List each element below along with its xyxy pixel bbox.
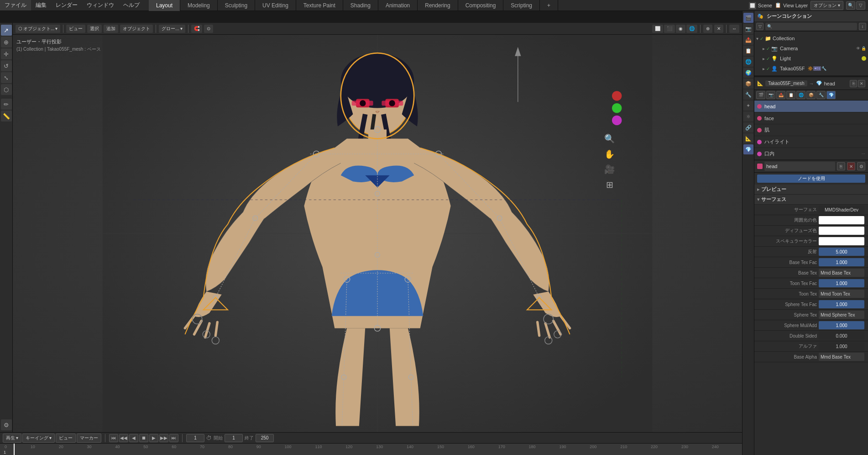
base-tex-fac-value[interactable]: 1.000 bbox=[819, 258, 864, 266]
tool-cursor[interactable]: ⊕ bbox=[1, 37, 12, 48]
global-local-select[interactable]: グロー... ▾ bbox=[159, 25, 185, 33]
prop-icon-8[interactable]: 💎 bbox=[826, 91, 836, 99]
tab-sculpting[interactable]: Sculpting bbox=[218, 0, 255, 11]
tab-shading[interactable]: Shading bbox=[343, 0, 378, 11]
menu-help[interactable]: ヘルプ bbox=[119, 0, 144, 11]
sync-icon[interactable]: ↕ bbox=[859, 23, 866, 30]
overlay-button[interactable]: ⊕ bbox=[703, 25, 712, 33]
prop-icon-5[interactable]: 🌐 bbox=[796, 91, 805, 99]
tab-animation[interactable]: Animation bbox=[378, 0, 418, 11]
filter-icon[interactable]: ▽ bbox=[756, 23, 763, 30]
jump-end[interactable]: ⏭ bbox=[169, 434, 178, 442]
copy-material[interactable]: ⎘ bbox=[850, 80, 857, 87]
viewport-type-select[interactable]: ⬡ オブジェクト... ▾ bbox=[16, 25, 60, 33]
tab-layout[interactable]: Layout bbox=[149, 0, 180, 11]
menu-edit[interactable]: 編集 bbox=[31, 0, 51, 11]
timeline-track[interactable]: 0 10 20 30 40 50 60 70 80 90 100 110 120… bbox=[0, 444, 754, 455]
tree-item-takao[interactable]: ▸ ✓ 👤 Takao055F 🔆 ♦01 🔧 bbox=[754, 63, 868, 74]
start-frame-input[interactable]: 1 bbox=[225, 434, 243, 442]
tool-select[interactable]: ↗ bbox=[1, 25, 12, 36]
tab-modeling[interactable]: Modeling bbox=[180, 0, 218, 11]
material-item-face[interactable]: face bbox=[754, 112, 868, 124]
tree-item-collection-root[interactable]: ▾ ✓ 📁 Collection bbox=[754, 33, 868, 43]
tool-rotate[interactable]: ↺ bbox=[1, 60, 12, 71]
jump-start[interactable]: ⏮ bbox=[109, 434, 118, 442]
tool-scale[interactable]: ⤡ bbox=[1, 72, 12, 83]
props-render[interactable]: 📷 bbox=[743, 24, 753, 34]
sphere-tex-value[interactable]: Mmd Sphere Tex bbox=[819, 311, 864, 319]
menu-render[interactable]: レンダー bbox=[51, 0, 82, 11]
reflection-value[interactable]: 5.000 bbox=[819, 248, 864, 256]
props-data[interactable]: 📐 bbox=[743, 133, 753, 143]
play-reverse[interactable]: ◀ bbox=[129, 434, 138, 442]
material-delete[interactable]: ✕ bbox=[847, 162, 855, 170]
props-scene[interactable]: 🎬 bbox=[743, 13, 753, 23]
material-duplicate[interactable]: ⎘ bbox=[837, 162, 845, 170]
props-object[interactable]: 📦 bbox=[743, 79, 753, 89]
next-keyframe[interactable]: ▶▶ bbox=[159, 434, 168, 442]
tab-add[interactable]: + bbox=[540, 0, 558, 11]
prop-icon-1[interactable]: 🎬 bbox=[756, 91, 765, 99]
props-view-layer[interactable]: 📋 bbox=[743, 46, 753, 56]
toon-tex-fac-value[interactable]: 1.000 bbox=[819, 279, 864, 287]
material-item-highlight[interactable]: ハイライト bbox=[754, 136, 868, 148]
tree-item-light[interactable]: ▸ ✓ 💡 Light bbox=[754, 53, 868, 63]
tool-measure[interactable]: 📏 bbox=[1, 111, 12, 122]
prop-icon-7[interactable]: 🔧 bbox=[816, 91, 826, 99]
material-item-kounai[interactable]: 口内 ··· bbox=[754, 148, 868, 160]
props-output[interactable]: 📤 bbox=[743, 35, 753, 45]
view-mode[interactable]: ビュー bbox=[56, 434, 76, 443]
tab-compositing[interactable]: Compositing bbox=[458, 0, 504, 11]
end-frame-input[interactable]: 250 bbox=[256, 434, 274, 442]
playback-mode[interactable]: 再生 ▾ bbox=[3, 434, 21, 443]
tab-rendering[interactable]: Rendering bbox=[418, 0, 458, 11]
material-item-head[interactable]: head bbox=[754, 101, 868, 112]
wireframe-shading[interactable]: ⬜ bbox=[652, 25, 663, 33]
tree-item-camera[interactable]: ▸ ✓ 📷 Camera 👁 🔒 bbox=[754, 43, 868, 53]
snap-button[interactable]: 🧲 bbox=[191, 25, 202, 33]
proportional-edit[interactable]: ⊙ bbox=[204, 25, 213, 33]
options-button[interactable]: オプション ▾ bbox=[810, 1, 843, 10]
prop-icon-3[interactable]: 📤 bbox=[776, 91, 785, 99]
rendered-shading[interactable]: 🌐 bbox=[686, 25, 697, 33]
tool-options[interactable]: ⚙ bbox=[1, 419, 12, 430]
props-modifier[interactable]: 🔧 bbox=[743, 90, 753, 100]
surface-value[interactable]: MMDShaderDev bbox=[819, 206, 864, 214]
menu-window[interactable]: ウィンドウ bbox=[82, 0, 119, 11]
prop-icon-2[interactable]: 📷 bbox=[766, 91, 775, 99]
use-nodes-button[interactable]: ノードを使用 bbox=[757, 175, 865, 183]
add-menu[interactable]: 追加 bbox=[104, 25, 118, 33]
view-menu[interactable]: ビュー bbox=[66, 25, 85, 33]
double-sided-value[interactable]: 0.000 bbox=[819, 332, 864, 340]
material-settings[interactable]: ⚙ bbox=[857, 162, 865, 170]
specular-color-swatch[interactable] bbox=[819, 237, 864, 245]
toon-tex-value[interactable]: Mmd Toon Tex bbox=[819, 290, 864, 298]
search-button[interactable]: 🔍 bbox=[846, 1, 855, 10]
xray-button[interactable]: ✕ bbox=[714, 25, 723, 33]
alpha-value[interactable]: 1.000 bbox=[819, 342, 864, 350]
base-alpha-value[interactable]: Mmd Base Tex bbox=[819, 353, 864, 361]
tool-move[interactable]: ✛ bbox=[1, 48, 12, 59]
menu-file[interactable]: ファイル bbox=[0, 0, 31, 11]
props-world[interactable]: 🌍 bbox=[743, 68, 753, 78]
stop[interactable]: ⏹ bbox=[139, 434, 148, 442]
props-constraints[interactable]: 🔗 bbox=[743, 122, 753, 132]
delete-material[interactable]: ✕ bbox=[858, 80, 865, 87]
surface-section-header[interactable]: ▾ サーフェス bbox=[754, 195, 868, 205]
filter-button[interactable]: ▽ bbox=[856, 1, 865, 10]
props-physics[interactable]: ⚛ bbox=[743, 111, 753, 122]
transform-gizmo[interactable]: ↔ bbox=[729, 25, 739, 33]
select-menu[interactable]: 選択 bbox=[87, 25, 102, 33]
tab-uv-editing[interactable]: UV Editing bbox=[255, 0, 296, 11]
base-tex-value[interactable]: Mmd Base Tex bbox=[819, 269, 864, 277]
prop-icon-6[interactable]: 📦 bbox=[806, 91, 816, 99]
tool-annotate[interactable]: ✏ bbox=[1, 99, 12, 110]
material-item-hada[interactable]: 肌 bbox=[754, 124, 868, 136]
prop-icon-4[interactable]: 📋 bbox=[786, 91, 795, 99]
diffuse-color-swatch[interactable] bbox=[819, 227, 864, 235]
props-scene-settings[interactable]: 🌐 bbox=[743, 57, 753, 67]
props-particles[interactable]: ✦ bbox=[743, 101, 753, 111]
tab-texture-paint[interactable]: Texture Paint bbox=[296, 0, 343, 11]
viewport-3d[interactable]: 🔍 ✋ 🎥 ⊞ ユーザー・平行投影 (1) Collection | Takao… bbox=[13, 35, 742, 432]
material-shading[interactable]: ◉ bbox=[676, 25, 685, 33]
